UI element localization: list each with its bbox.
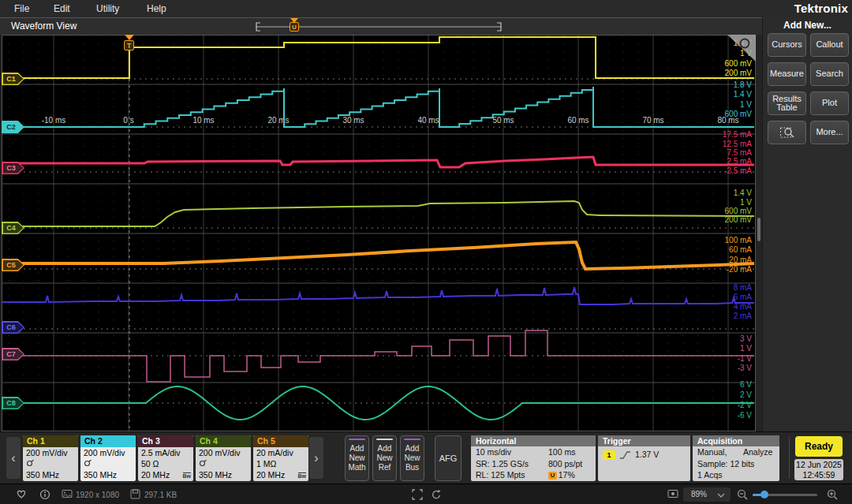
fullscreen-icon[interactable]	[412, 489, 423, 500]
channel-badge-ch-3[interactable]: Ch 32.5 mA/div50 Ω20 MHzBw	[138, 435, 193, 481]
sample-rate: SR: 1.25 GS/s	[476, 458, 548, 470]
zoom-slider-thumb[interactable]	[760, 491, 768, 498]
add-new-bus-button[interactable]: AddNewBus	[400, 435, 424, 481]
channel-probe	[84, 458, 133, 469]
zoom-area-icon	[779, 125, 795, 140]
channel-scale: 200 mV/div	[84, 447, 133, 458]
scale-label-C3: 12.5 mA	[723, 140, 753, 148]
add-new-ref-button[interactable]: AddNewRef	[372, 435, 397, 481]
ready-status-button[interactable]: Ready	[795, 436, 843, 457]
horizontal-scale: 10 ms/div	[476, 446, 548, 458]
datetime-display: 12 Jun 2025 12:45:59	[794, 459, 843, 480]
acquisition-panel-title: Acquisition	[693, 435, 779, 446]
trace-C1[interactable]	[2, 37, 754, 78]
rising-edge-icon	[619, 450, 631, 460]
search-button[interactable]: Search	[810, 62, 849, 86]
zoom-out-icon[interactable]	[737, 489, 749, 501]
trigger-panel[interactable]: Trigger 11.37 V	[598, 435, 690, 481]
trace-C6[interactable]	[2, 287, 754, 304]
scrollbar-grip[interactable]	[757, 218, 760, 241]
waveform-scrollbar[interactable]	[756, 35, 762, 431]
channel-badge-ch-5[interactable]: Ch 520 mA/div1 MΩ20 MHzBw	[253, 435, 308, 481]
file-size-label: 297.1 KB	[144, 491, 177, 499]
menu-utility[interactable]: Utility	[88, 0, 127, 17]
scale-label-C8: -2 V	[738, 401, 753, 409]
record-length: RL: 125 Mpts	[476, 469, 548, 481]
button-accent-stripe	[404, 439, 420, 440]
trace-C2[interactable]	[2, 87, 754, 127]
zoom-percent-value: 89%	[691, 490, 707, 498]
scale-label-C2: 600 mV	[725, 110, 753, 118]
time-axis-label: 60 ms	[567, 116, 589, 125]
trigger-panel-title: Trigger	[598, 435, 690, 446]
probe-icon	[26, 459, 35, 467]
channel-badge-ch-1[interactable]: Ch 1200 mV/div350 MHz	[23, 435, 78, 481]
info-icon[interactable]	[39, 489, 50, 500]
more-button[interactable]: More...	[810, 121, 849, 144]
acquisition-sample-bits: Sample: 12 bits	[697, 458, 779, 470]
channel-impedance: 50 Ω	[141, 458, 190, 469]
menu-edit[interactable]: Edit	[46, 0, 78, 17]
favorite-heart-icon[interactable]	[16, 489, 27, 499]
plot-button[interactable]: Plot	[810, 91, 849, 115]
cursors-button[interactable]: Cursors	[768, 33, 806, 57]
channel-tag-label: C3	[2, 162, 21, 174]
scale-label-C5: 100 mA	[725, 236, 753, 245]
channel-tag-label: C6	[2, 321, 21, 334]
menu-help[interactable]: Help	[139, 0, 174, 17]
bandwidth-limit-icon: Bw	[183, 472, 192, 480]
scale-label-C1: 600 mV	[725, 59, 753, 68]
trace-C5[interactable]	[2, 242, 754, 269]
probe-icon	[199, 459, 207, 467]
acquisition-minimap[interactable]	[0, 18, 762, 35]
trace-C3[interactable]	[2, 157, 754, 167]
time-axis-label: -10 ms	[42, 116, 66, 125]
time-axis-label: 50 ms	[492, 116, 514, 125]
waveform-plot[interactable]: -10 ms0 s10 ms20 ms30 ms40 ms50 ms60 ms7…	[2, 35, 756, 431]
acquisition-panel[interactable]: Acquisition Manual,Analyze Sample: 12 bi…	[693, 435, 779, 481]
trace-C7[interactable]	[2, 330, 754, 382]
time-axis-label: 70 ms	[642, 116, 663, 125]
channel-badge-ch-4[interactable]: Ch 4200 mV/div350 MHz	[196, 435, 251, 481]
zoom-in-icon[interactable]	[827, 489, 839, 501]
minimap-trigger-marker[interactable]: U	[290, 22, 299, 32]
trace-C4[interactable]	[2, 201, 754, 226]
date-label: 12 Jun 2025	[794, 460, 843, 470]
scale-label-C2: 1 V	[740, 100, 752, 109]
zoom-area-button[interactable]	[768, 121, 806, 144]
scale-label-C5: -20 mA	[727, 265, 753, 274]
scale-label-C3: 7.5 mA	[727, 148, 752, 157]
probe-icon	[84, 459, 92, 467]
scale-label-C2: 1.8 V	[734, 80, 753, 89]
channel-badge-name: Ch 4	[196, 435, 251, 447]
channel-bandwidth: 350 MHz	[26, 469, 75, 480]
results-table-button[interactable]: Results Table	[768, 91, 806, 115]
channel-probe	[26, 458, 75, 469]
trigger-marker[interactable]: T	[124, 40, 134, 50]
menu-file[interactable]: File	[6, 0, 37, 17]
zoom-percent-dropdown[interactable]: 89%	[683, 487, 731, 502]
scale-label-C7: 3 V	[740, 334, 752, 343]
badge-scroll-left-button[interactable]: ‹	[6, 437, 21, 479]
badge-scroll-right-button[interactable]: ›	[309, 437, 323, 479]
scale-label-C6: 8 mA	[734, 283, 753, 292]
add-new-math-button[interactable]: AddNewMath	[345, 435, 369, 481]
image-view-icon[interactable]	[667, 489, 678, 498]
rotate-icon[interactable]	[431, 489, 442, 500]
channel-badge-name: Ch 1	[23, 435, 78, 447]
channel-badge-name: Ch 5	[253, 435, 308, 447]
measure-button[interactable]: Measure	[768, 62, 806, 86]
channel-badge-name: Ch 3	[138, 435, 193, 447]
trigger-level: 1.37 V	[635, 450, 659, 459]
channel-bandwidth: 350 MHz	[199, 469, 248, 480]
time-axis-label: 10 ms	[192, 116, 214, 125]
horizontal-panel[interactable]: Horizontal 10 ms/div100 ms SR: 1.25 GS/s…	[471, 435, 596, 481]
callout-button[interactable]: Callout	[810, 33, 849, 57]
scale-label-C8: -6 V	[738, 411, 753, 420]
afg-button[interactable]: AFG	[435, 435, 462, 481]
time-axis-label: 30 ms	[342, 116, 364, 125]
channel-badge-ch-2[interactable]: Ch 2200 mV/div350 MHz	[80, 435, 136, 481]
button-accent-stripe	[349, 439, 365, 440]
scale-label-C7: 1 V	[740, 344, 752, 353]
scale-label-C6: 2 mA	[734, 312, 753, 320]
